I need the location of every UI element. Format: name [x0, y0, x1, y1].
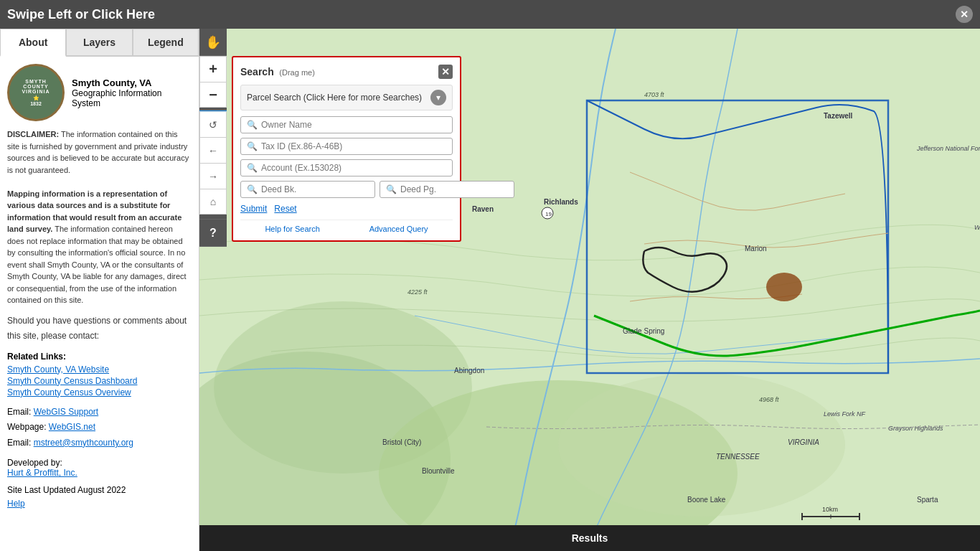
deed-bk-field[interactable]: 🔍 [240, 181, 375, 198]
svg-text:Jefferson National Forest: Jefferson National Forest [916, 145, 980, 152]
parcel-search-dropdown[interactable]: Parcel Search (Click Here for more Searc… [240, 85, 453, 110]
email-label2: Email: [7, 438, 31, 448]
email-row2: Email: mstreet@smythcounty.org [7, 435, 192, 451]
webpage-value[interactable]: WebGIS.net [49, 422, 95, 432]
results-label: Results [572, 532, 608, 544]
org-name-block: Smyth County, VA Geographic Information … [72, 77, 161, 108]
nav-controls: ↺ ← → ⌂ [199, 111, 227, 215]
email-row1: Email: WebGIS Support [7, 405, 192, 420]
svg-text:Tazewell: Tazewell [824, 112, 853, 120]
deed-row: 🔍 🔍 [240, 181, 453, 198]
deed-bk-icon: 🔍 [247, 184, 258, 194]
results-bar[interactable]: Results [199, 525, 980, 551]
zoom-minus-button[interactable]: − [199, 82, 227, 108]
tax-id-input[interactable] [261, 141, 446, 151]
home-button[interactable]: ⌂ [199, 189, 227, 215]
svg-text:10km: 10km [822, 506, 838, 513]
forward-button[interactable]: → [199, 163, 227, 189]
pan-button[interactable]: ✋ [199, 29, 227, 56]
search-panel: Search (Drag me) ✕ Parcel Search (Click … [232, 56, 461, 242]
dropdown-icon: ▾ [430, 90, 446, 105]
search-close-button[interactable]: ✕ [438, 65, 453, 79]
zoom-controls: + − [199, 56, 227, 108]
sidebar: About Layers Legend SMYTH COUNTY VIRGINI… [0, 29, 199, 551]
back-button[interactable]: ← [199, 137, 227, 163]
search-title-block: Search (Drag me) [240, 66, 315, 77]
owner-search-icon: 🔍 [247, 120, 258, 130]
tax-id-field[interactable]: 🔍 [240, 138, 453, 155]
contact-section: Should you have questions or comments ab… [7, 314, 192, 344]
email-section: Email: WebGIS Support Webpage: WebGIS.ne… [7, 405, 192, 451]
tab-bar: About Layers Legend [0, 29, 199, 57]
org-name: Smyth County, VA [72, 77, 161, 88]
advanced-query-link[interactable]: Advanced Query [369, 225, 428, 233]
search-footer: Help for Search Advanced Query [240, 220, 453, 233]
search-title: Search [240, 66, 274, 77]
contact-text: Should you have questions or comments ab… [7, 314, 192, 344]
link-county-website[interactable]: Smyth County, VA Website [7, 364, 192, 375]
svg-text:Abingdon: Abingdon [454, 367, 484, 375]
search-header[interactable]: Search (Drag me) ✕ [240, 65, 453, 79]
rotate-button[interactable]: ↺ [199, 111, 227, 137]
org-subtitle: Geographic Information [72, 88, 161, 98]
top-bar-title: Swipe Left or Click Here [7, 7, 956, 22]
tab-about[interactable]: About [0, 29, 66, 57]
deed-pg-field[interactable]: 🔍 [380, 181, 514, 198]
svg-text:4703 ft: 4703 ft [644, 91, 664, 98]
dev-section: Developed by: Hurt & Proffitt, Inc. [7, 458, 192, 478]
deed-pg-input[interactable] [400, 184, 508, 194]
zoom-plus-button[interactable]: + [199, 56, 227, 82]
sidebar-content: SMYTH COUNTY VIRGINIA ⭐ 1832 Smyth Count… [0, 57, 199, 551]
svg-text:4968 ft: 4968 ft [759, 396, 779, 403]
search-drag-label: (Drag me) [279, 68, 315, 77]
reset-button[interactable]: Reset [274, 204, 296, 214]
svg-text:Lewis Fork NF: Lewis Fork NF [824, 410, 866, 418]
updated-text: Site Last Updated August 2022 [7, 485, 192, 495]
email-value2[interactable]: mstreet@smythcounty.org [34, 438, 133, 448]
search-actions: Submit Reset [240, 204, 453, 214]
svg-text:Grayson Highlands: Grayson Highlands [888, 425, 943, 432]
svg-text:19: 19 [545, 211, 552, 217]
dev-link[interactable]: Hurt & Proffitt, Inc. [7, 468, 77, 478]
logo-section: SMYTH COUNTY VIRGINIA ⭐ 1832 Smyth Count… [7, 64, 192, 121]
top-bar: Swipe Left or Click Here ✕ [0, 0, 980, 29]
svg-text:Sparta: Sparta [917, 496, 938, 504]
email-label1: Email: [7, 407, 31, 417]
svg-text:Marion: Marion [745, 245, 767, 253]
svg-text:Raven: Raven [472, 205, 494, 213]
svg-text:TENNESSEE: TENNESSEE [716, 453, 760, 461]
svg-text:Blountville: Blountville [422, 467, 455, 475]
disclaimer-label: DISCLAIMER: [7, 130, 59, 138]
dev-label: Developed by: [7, 458, 192, 468]
link-census-overview[interactable]: Smyth County Census Overview [7, 387, 192, 397]
submit-button[interactable]: Submit [240, 204, 267, 214]
main-layout: About Layers Legend SMYTH COUNTY VIRGINI… [0, 29, 980, 551]
related-links: Related Links: Smyth County, VA Website … [7, 352, 192, 397]
webpage-row: Webpage: WebGIS.net [7, 420, 192, 435]
county-logo: SMYTH COUNTY VIRGINIA ⭐ 1832 [7, 64, 65, 121]
webpage-label: Webpage: [7, 422, 47, 432]
help-link[interactable]: Help [7, 499, 192, 509]
updated-section: Site Last Updated August 2022 Help [7, 485, 192, 509]
logo-text: SMYTH COUNTY VIRGINIA ⭐ 1832 [22, 79, 50, 106]
map-background[interactable]: 4457 ft 4703 ft 4968 ft 4710 ft 4225 ft … [199, 29, 980, 551]
tab-legend[interactable]: Legend [133, 29, 199, 55]
owner-name-field[interactable]: 🔍 [240, 116, 453, 133]
disclaimer-text2: The information contained hereon does no… [7, 225, 187, 304]
account-field[interactable]: 🔍 [240, 159, 453, 176]
tab-layers[interactable]: Layers [66, 29, 132, 55]
help-button[interactable]: ? [199, 220, 227, 247]
deed-pg-icon: 🔍 [386, 184, 397, 194]
svg-text:4225 ft: 4225 ft [407, 288, 428, 296]
svg-text:Boone Lake: Boone Lake [687, 496, 726, 504]
owner-name-input[interactable] [261, 120, 446, 130]
svg-point-6 [766, 273, 802, 301]
link-census-dashboard[interactable]: Smyth County Census Dashboard [7, 376, 192, 386]
svg-text:Glade Spring: Glade Spring [623, 327, 664, 335]
email-value1[interactable]: WebGIS Support [34, 407, 99, 417]
deed-bk-input[interactable] [261, 184, 369, 194]
account-input[interactable] [261, 163, 446, 173]
help-for-search-link[interactable]: Help for Search [265, 225, 319, 233]
close-button[interactable]: ✕ [956, 6, 973, 23]
map-area[interactable]: 4457 ft 4703 ft 4968 ft 4710 ft 4225 ft … [199, 29, 980, 551]
